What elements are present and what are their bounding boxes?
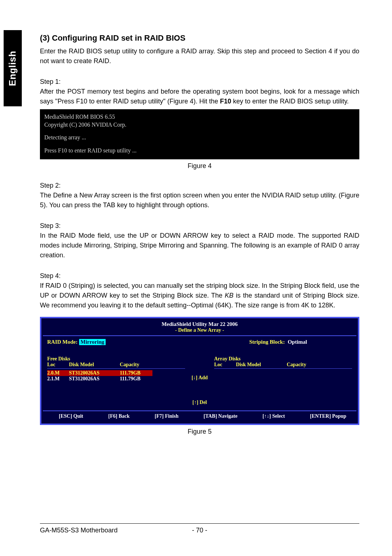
row1-loc: 2.1.M [47, 376, 69, 382]
col-model: Disk Model [69, 362, 120, 368]
document-body: (3) Configuring RAID set in RAID BIOS En… [40, 33, 359, 436]
fig4-line2: Copyright (C) 2006 NVIDIA Corp. [44, 121, 355, 129]
kb-unit: KB [225, 292, 233, 299]
col-loc-r: Loc [214, 362, 236, 368]
mediashield-subtitle: - Define a New Array - [43, 327, 356, 335]
language-tab: English [4, 30, 22, 106]
row1-model: ST3120026AS [69, 376, 120, 382]
col-loc: Loc [47, 362, 69, 368]
language-label: English [7, 50, 19, 86]
figure-5-mediashield-utility: MediaShield Utility Mar 22 2006 - Define… [40, 317, 359, 425]
row0-cap: 111.79GB [120, 370, 152, 376]
step2-label: Step 2: [40, 181, 359, 191]
figure-4-terminal: MediaShield ROM BIOS 6.55 Copyright (C) … [40, 109, 359, 159]
mode-row: RAID Mode: Mirroring Striping Block: Opt… [43, 339, 356, 345]
fig4-line3: Detecting array ... [44, 134, 355, 142]
row0-loc: 2.0.M [47, 370, 69, 376]
fig4-line1: MediaShield ROM BIOS 6.55 [44, 113, 355, 121]
step1-label: Step 1: [40, 77, 359, 87]
key-f7-finish[interactable]: [F7] Finish [155, 413, 179, 419]
figure-4-caption: Figure 4 [40, 162, 359, 170]
col-model-r: Disk Model [236, 362, 287, 368]
key-tab-navigate[interactable]: [TAB] Navigate [204, 413, 237, 419]
col-capacity-r: Capacity [287, 362, 319, 368]
mediashield-title: MediaShield Utility Mar 22 2006 [43, 320, 356, 327]
step2-text: The Define a New Array screen is the fir… [40, 191, 359, 210]
del-button[interactable]: [↑] Del [192, 400, 207, 405]
section-heading: (3) Configuring RAID set in RAID BIOS [40, 33, 359, 43]
step4-label: Step 4: [40, 271, 359, 281]
raid-mode-label: RAID Mode: [47, 339, 78, 345]
step1-text-b: key to enter the RAID BIOS setup utility… [231, 98, 349, 105]
row1-cap: 111.79GB [120, 376, 152, 382]
step4-text: If RAID 0 (Striping) is selected, you ca… [40, 281, 359, 310]
mediashield-footer: [ESC] Quit [F6] Back [F7] Finish [TAB] N… [43, 410, 356, 422]
col-capacity: Capacity [120, 362, 152, 368]
free-disks-title: Free Disks [47, 356, 185, 362]
free-disks-panel: Free Disks Loc Disk Model Capacity 2.0.M… [47, 347, 185, 408]
key-enter-popup[interactable]: [ENTER] Popup [310, 413, 346, 419]
section-intro: Enter the RAID BIOS setup utility to con… [40, 46, 359, 66]
key-f10: F10 [220, 98, 231, 105]
striping-block-label: Striping Block: [249, 339, 285, 345]
raid-mode-value[interactable]: Mirroring [79, 339, 106, 345]
array-disks-title: Array Disks [214, 356, 352, 362]
key-esc-quit[interactable]: [ESC] Quit [59, 413, 83, 419]
fig4-line4: Press F10 to enter RAID setup utility ..… [44, 147, 355, 155]
free-disk-row[interactable]: 2.1.M ST3120026AS 111.79GB [47, 376, 185, 382]
array-disks-panel: Array Disks Loc Disk Model Capacity [214, 347, 352, 408]
footer-page-number: - 70 - [40, 527, 359, 534]
step1-text: After the POST memory test begins and be… [40, 87, 359, 106]
key-arrows-select[interactable]: [↑↓] Select [262, 413, 285, 419]
step3-label: Step 3: [40, 221, 359, 231]
figure-5-caption: Figure 5 [40, 428, 359, 436]
add-button[interactable]: [↓] Add [192, 375, 208, 381]
add-del-buttons: [↓] Add [↑] Del [185, 347, 214, 408]
step3-text: In the RAID Mode field, use the UP or DO… [40, 231, 359, 260]
free-disk-row-selected[interactable]: 2.0.M ST3120026AS 111.79GB [47, 370, 185, 376]
striping-block-value[interactable]: Optimal [286, 339, 309, 345]
row0-model: ST3120026AS [69, 370, 120, 376]
page-footer: GA-M55S-S3 Motherboard - 70 - [40, 523, 359, 534]
key-f6-back[interactable]: [F6] Back [108, 413, 130, 419]
